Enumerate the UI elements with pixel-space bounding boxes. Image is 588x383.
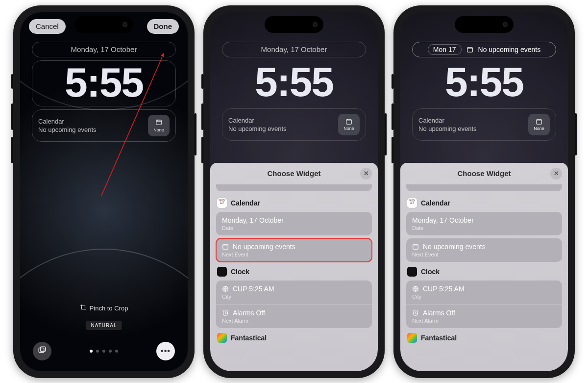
filter-chip-natural[interactable]: NATURAL (86, 321, 122, 330)
photo-picker-button[interactable] (33, 342, 51, 360)
alarm-icon (222, 309, 229, 316)
dynamic-island (74, 16, 133, 33)
lock-screen-editor: Monday, 17 October 5:55 Calendar No upco… (210, 12, 378, 371)
svg-rect-2 (39, 348, 44, 352)
phone-3: Mon 17 No upcoming events 5:55 Calendar … (393, 5, 575, 378)
calendar-widget-subtitle: No upcoming events (418, 125, 477, 132)
globe-icon (222, 285, 229, 292)
page-indicator[interactable] (90, 350, 118, 353)
widget-none-button[interactable]: None (338, 114, 360, 135)
widget-slot-row[interactable]: Calendar No upcoming events None (412, 108, 556, 141)
calendar-icon (412, 243, 419, 250)
widget-slot-row[interactable]: Calendar No upcoming events None (222, 108, 366, 141)
none-label: None (343, 126, 354, 131)
sheet-title: Choose Widget (267, 169, 320, 178)
calendar-widget-subtitle: No upcoming events (38, 126, 97, 133)
dynamic-island (455, 16, 514, 33)
calendar-icon (466, 46, 473, 53)
alarm-icon (412, 309, 419, 316)
next-event-inline: No upcoming events (478, 46, 541, 53)
widget-option-next-alarm[interactable]: Alarms Off Next Alarm (216, 304, 372, 328)
clock-time: 5:55 (445, 60, 523, 105)
calendar-icon (155, 119, 162, 127)
date-widget-slot[interactable]: Mon 17 No upcoming events (412, 42, 556, 57)
svg-rect-10 (537, 119, 542, 124)
lock-screen-editor: Cancel Done Monday, 17 October 5:55 Cale… (20, 12, 188, 371)
date-widget-slot[interactable]: Monday, 17 October (32, 42, 176, 57)
time-widget-slot[interactable]: 5:55 (32, 60, 176, 106)
pinch-to-crop-hint: Pinch to Crop (20, 304, 188, 312)
widget-slot-row[interactable]: Calendar No upcoming events None (32, 109, 176, 142)
svg-rect-3 (40, 347, 46, 351)
clock-time: 5:55 (255, 60, 333, 105)
lock-screen-editor: Mon 17 No upcoming events 5:55 Calendar … (400, 12, 568, 371)
clock-time: 5:55 (65, 61, 143, 106)
calendar-widget-subtitle: No upcoming events (228, 125, 287, 132)
choose-widget-sheet: Choose Widget ✕ MON17 Calendar Monday, 1… (210, 163, 378, 371)
phone-2: Monday, 17 October 5:55 Calendar No upco… (203, 5, 385, 378)
fantastical-app-icon (217, 333, 227, 343)
fantastical-app-icon (407, 333, 417, 343)
more-button[interactable]: ••• (156, 342, 175, 360)
date-widget-slot[interactable]: Monday, 17 October (222, 42, 366, 57)
calendar-widget-title: Calendar (228, 117, 287, 124)
svg-rect-0 (156, 120, 162, 124)
previous-section-peek (406, 184, 562, 191)
section-header-fantastical: Fantastical (406, 331, 562, 344)
widget-option-date[interactable]: Monday, 17 October Date (216, 212, 372, 235)
section-header-fantastical: Fantastical (216, 331, 372, 344)
globe-icon (412, 285, 419, 292)
calendar-app-icon: MON17 (407, 198, 417, 208)
close-icon: ✕ (364, 170, 369, 177)
widget-option-next-alarm[interactable]: Alarms Off Next Alarm (406, 304, 562, 328)
widget-none-button[interactable]: None (148, 115, 170, 136)
done-button[interactable]: Done (147, 19, 179, 34)
clock-app-icon (407, 267, 417, 277)
close-button[interactable]: ✕ (360, 168, 372, 179)
phone-1: Cancel Done Monday, 17 October 5:55 Cale… (13, 5, 195, 378)
widget-none-button[interactable]: None (528, 114, 550, 135)
section-header-clock: Clock (216, 265, 372, 278)
none-label: None (534, 126, 544, 131)
sheet-title: Choose Widget (457, 169, 511, 178)
widget-option-next-event[interactable]: No upcoming events Next Event (406, 238, 562, 262)
svg-rect-4 (346, 119, 352, 124)
calendar-icon (222, 243, 229, 250)
ellipsis-icon: ••• (161, 347, 171, 356)
widget-option-next-event[interactable]: No upcoming events Next Event (216, 238, 372, 262)
close-icon: ✕ (554, 170, 559, 177)
close-button[interactable]: ✕ (550, 168, 562, 179)
svg-rect-9 (467, 47, 472, 51)
calendar-widget-title: Calendar (418, 117, 477, 124)
section-header-clock: Clock (406, 265, 562, 278)
widget-option-city[interactable]: CUP 5:25 AM City (216, 281, 372, 304)
none-label: None (153, 128, 164, 132)
cancel-button[interactable]: Cancel (29, 19, 66, 34)
widget-option-city[interactable]: CUP 5:25 AM City (406, 281, 562, 304)
widget-option-date[interactable]: Monday, 17 October Date (406, 212, 562, 235)
svg-rect-5 (223, 245, 228, 249)
crop-icon (80, 304, 87, 312)
choose-widget-sheet: Choose Widget ✕ MON17 Calendar Monday, 1… (400, 163, 568, 371)
previous-section-peek (216, 184, 372, 191)
svg-rect-11 (413, 245, 418, 249)
calendar-widget-title: Calendar (38, 118, 97, 125)
date-short: Mon 17 (428, 44, 462, 55)
calendar-app-icon: MON17 (217, 198, 227, 208)
clock-app-icon (217, 267, 227, 277)
section-header-calendar: MON17 Calendar (406, 196, 562, 209)
dynamic-island (265, 16, 323, 33)
section-header-calendar: MON17 Calendar (216, 196, 372, 209)
photos-icon (38, 346, 47, 357)
